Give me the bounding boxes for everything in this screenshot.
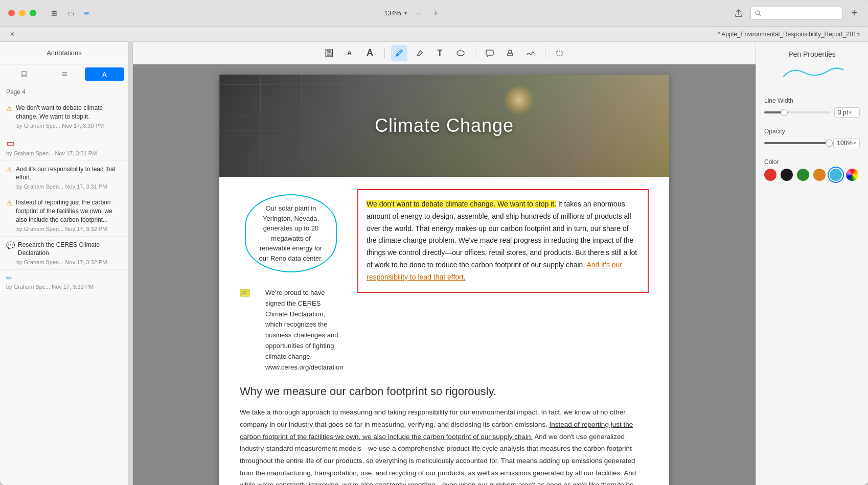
warning-icon: ⚠ xyxy=(6,199,13,207)
right-column: We don't want to debate climate change. … xyxy=(357,189,649,373)
content-columns: Our solar plant in Yerington, Nevada, ge… xyxy=(240,189,649,373)
right-panel-header: Pen Properties xyxy=(764,50,860,87)
pen-icon[interactable]: ✏ xyxy=(81,8,93,19)
color-orange[interactable] xyxy=(813,169,826,181)
toolbar: 圖 A A T xyxy=(133,42,756,64)
right-panel-title: Pen Properties xyxy=(764,50,860,58)
panel-tabs: A xyxy=(0,64,128,84)
opacity-row: 100% ▾ xyxy=(764,138,860,148)
titlebar-right: + xyxy=(733,7,860,20)
body-text: We take a thorough approach to measuring… xyxy=(240,406,649,485)
opacity-slider[interactable] xyxy=(764,142,829,144)
color-cyan[interactable] xyxy=(830,169,842,181)
text-large-tool[interactable]: A xyxy=(362,45,378,61)
line-width-label: Line Width xyxy=(764,97,860,104)
comment-tool[interactable] xyxy=(482,45,498,61)
svg-rect-11 xyxy=(240,289,249,296)
add-button[interactable]: + xyxy=(849,8,860,19)
grid-icon[interactable]: ⊞ xyxy=(49,8,60,19)
minimize-button[interactable] xyxy=(19,10,26,16)
sidebar-icon[interactable]: ▭ xyxy=(65,8,76,19)
stamp-tool[interactable] xyxy=(502,45,518,61)
color-rainbow[interactable] xyxy=(846,169,858,181)
zoom-out-button[interactable]: − xyxy=(413,8,424,19)
document-container[interactable]: Climate Change Our solar plant in Yering… xyxy=(133,64,756,485)
search-box[interactable] xyxy=(750,7,842,20)
panel-header: Annotations xyxy=(0,42,128,64)
document-page: Climate Change Our solar plant in Yering… xyxy=(219,75,669,485)
dropdown-chevron: ▾ xyxy=(849,110,852,115)
eraser-tool[interactable] xyxy=(412,45,428,61)
zoom-control: 134% ▾ xyxy=(384,9,406,17)
svg-point-6 xyxy=(457,51,464,56)
text-tool[interactable]: T xyxy=(432,45,448,61)
color-label: Color xyxy=(764,158,860,166)
pen-curve-preview xyxy=(771,62,853,83)
color-black[interactable] xyxy=(781,169,793,181)
annotation-text: Research the CERES Climate Declaration xyxy=(18,241,122,258)
comment-badge-icon xyxy=(240,289,250,299)
annotation-text: We don't want to debate climate change. … xyxy=(16,104,122,121)
pencil-icon: ✏ xyxy=(6,274,12,282)
fullscreen-button[interactable] xyxy=(30,10,36,16)
svg-line-8 xyxy=(487,56,488,57)
share-icon[interactable] xyxy=(733,8,744,19)
tool-divider-2 xyxy=(475,48,475,58)
color-red[interactable] xyxy=(764,169,776,181)
bookmark-icon xyxy=(20,71,28,78)
zoom-dropdown-icon[interactable]: ▾ xyxy=(404,10,407,16)
section-2: Why we measure our carbon footprint so r… xyxy=(240,385,649,485)
signature-tool[interactable] xyxy=(522,45,539,61)
hero-title: Climate Change xyxy=(375,115,514,136)
titlebar-center: 134% ▾ − + xyxy=(97,8,729,19)
annotation-list: ⚠ We don't want to debate climate change… xyxy=(0,98,128,485)
list-item[interactable]: ✏ by Graham Spe... Nov 17, 3:33 PM xyxy=(0,270,128,294)
highlight-box: We don't want to debate climate change. … xyxy=(357,189,649,293)
ceres-row: We're proud to have signed the CERES Cli… xyxy=(240,288,342,373)
zoom-level[interactable]: 134% xyxy=(384,9,401,17)
color-green[interactable] xyxy=(797,169,809,181)
annotation-meta: by Graham Spe... Nov 17, 3:33 PM xyxy=(6,284,122,290)
main-area: Climate Change Our solar plant in Yering… xyxy=(133,64,756,485)
traffic-lights xyxy=(8,10,36,16)
rect-icon: ▭ xyxy=(6,137,15,149)
tab-bookmarks[interactable] xyxy=(4,67,43,81)
search-input[interactable] xyxy=(764,10,826,17)
highlight-box-body: It takes an enormous amount of energy to… xyxy=(367,200,637,269)
color-swatches xyxy=(764,169,860,181)
annotation-text: Instead of reporting just the carbon foo… xyxy=(16,198,122,224)
text-small-tool[interactable]: A xyxy=(341,45,358,61)
list-item[interactable]: ⚠ And it's our responsibility to lead th… xyxy=(0,161,128,195)
highlighted-text: We don't want to debate climate change. … xyxy=(367,200,556,208)
close-tab-icon[interactable]: ✕ xyxy=(8,30,16,38)
opacity-value[interactable]: 100% ▾ xyxy=(833,138,860,148)
line-width-slider[interactable] xyxy=(764,111,830,113)
close-button[interactable] xyxy=(8,10,15,16)
zoom-in-button[interactable]: + xyxy=(430,8,442,19)
lasso-tool[interactable] xyxy=(452,45,469,61)
format-tool[interactable]: 圖 xyxy=(321,45,337,61)
line-width-value[interactable]: 3 pt ▾ xyxy=(834,107,860,118)
tab-annotations[interactable]: A xyxy=(85,67,124,81)
tab-outline[interactable] xyxy=(44,67,84,81)
list-item[interactable]: 💬 Research the CERES Climate Declaration… xyxy=(0,237,128,270)
panel-title: Annotations xyxy=(47,49,82,57)
pen-tool[interactable] xyxy=(391,45,407,61)
rectangle-tool[interactable] xyxy=(552,45,568,61)
app-window: ⊞ ▭ ✏ 134% ▾ − + + ✕ * Apple_Environment… xyxy=(0,0,868,485)
list-item[interactable]: ⚠ Instead of reporting just the carbon f… xyxy=(0,194,128,236)
ceres-body: We're proud to have signed the CERES Cli… xyxy=(265,289,343,371)
annotation-meta: by Graham Spen... Nov 17, 3:32 PM xyxy=(6,226,122,232)
hero-image: Climate Change xyxy=(219,75,669,177)
main-content: Annotations A Page 4 ⚠ We don't want to … xyxy=(0,42,868,485)
annotation-text: And it's our responsibility to lead that… xyxy=(16,165,122,182)
titlebar: ⊞ ▭ ✏ 134% ▾ − + + xyxy=(0,0,868,27)
line-width-control: Line Width 3 pt ▾ xyxy=(764,97,860,118)
opacity-control: Opacity 100% ▾ xyxy=(764,128,860,148)
speech-bubble-text: Our solar plant in Yerington, Nevada, ge… xyxy=(259,204,323,262)
ceres-icon-col xyxy=(240,288,255,373)
list-item[interactable]: ⚠ We don't want to debate climate change… xyxy=(0,100,128,133)
right-panel: Pen Properties Line Width 3 pt ▾ xyxy=(756,42,868,485)
ceres-section: We're proud to have signed the CERES Cli… xyxy=(240,288,342,373)
list-item[interactable]: ▭ by Graham Spen... Nov 17, 3:31 PM xyxy=(0,133,128,161)
